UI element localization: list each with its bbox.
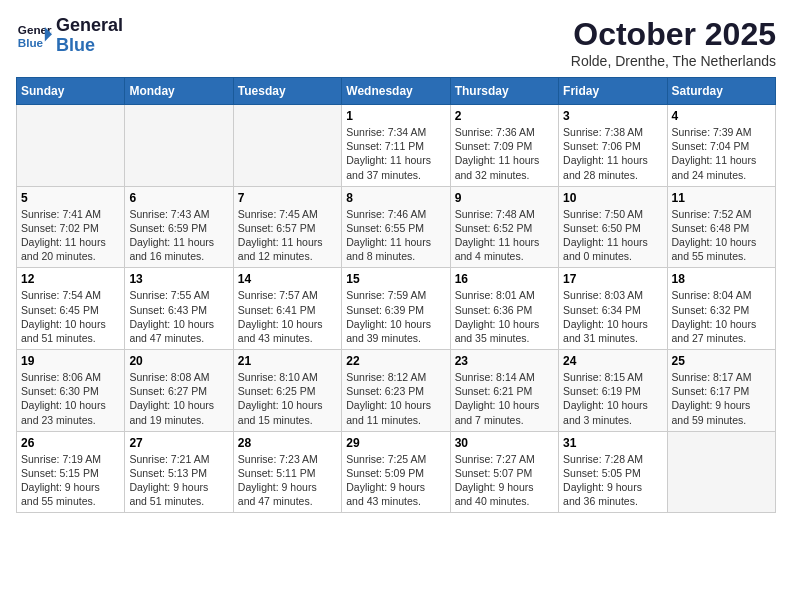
day-info: Sunrise: 7:23 AM Sunset: 5:11 PM Dayligh… <box>238 452 337 509</box>
day-info: Sunrise: 7:27 AM Sunset: 5:07 PM Dayligh… <box>455 452 554 509</box>
calendar-cell: 1Sunrise: 7:34 AM Sunset: 7:11 PM Daylig… <box>342 105 450 187</box>
day-number: 18 <box>672 272 771 286</box>
calendar-cell: 26Sunrise: 7:19 AM Sunset: 5:15 PM Dayli… <box>17 431 125 513</box>
day-number: 27 <box>129 436 228 450</box>
weekday-header: Wednesday <box>342 78 450 105</box>
day-info: Sunrise: 8:03 AM Sunset: 6:34 PM Dayligh… <box>563 288 662 345</box>
title-block: October 2025 Rolde, Drenthe, The Netherl… <box>571 16 776 69</box>
calendar-cell: 20Sunrise: 8:08 AM Sunset: 6:27 PM Dayli… <box>125 350 233 432</box>
day-info: Sunrise: 8:15 AM Sunset: 6:19 PM Dayligh… <box>563 370 662 427</box>
calendar-cell: 3Sunrise: 7:38 AM Sunset: 7:06 PM Daylig… <box>559 105 667 187</box>
day-info: Sunrise: 7:52 AM Sunset: 6:48 PM Dayligh… <box>672 207 771 264</box>
calendar-cell: 17Sunrise: 8:03 AM Sunset: 6:34 PM Dayli… <box>559 268 667 350</box>
day-info: Sunrise: 8:10 AM Sunset: 6:25 PM Dayligh… <box>238 370 337 427</box>
day-info: Sunrise: 8:14 AM Sunset: 6:21 PM Dayligh… <box>455 370 554 427</box>
calendar-cell: 11Sunrise: 7:52 AM Sunset: 6:48 PM Dayli… <box>667 186 775 268</box>
calendar-cell: 29Sunrise: 7:25 AM Sunset: 5:09 PM Dayli… <box>342 431 450 513</box>
calendar-cell: 18Sunrise: 8:04 AM Sunset: 6:32 PM Dayli… <box>667 268 775 350</box>
logo-text-blue: Blue <box>56 36 123 56</box>
day-number: 13 <box>129 272 228 286</box>
day-info: Sunrise: 7:48 AM Sunset: 6:52 PM Dayligh… <box>455 207 554 264</box>
day-info: Sunrise: 7:28 AM Sunset: 5:05 PM Dayligh… <box>563 452 662 509</box>
day-number: 9 <box>455 191 554 205</box>
day-number: 4 <box>672 109 771 123</box>
calendar-week-row: 12Sunrise: 7:54 AM Sunset: 6:45 PM Dayli… <box>17 268 776 350</box>
logo-text-general: General <box>56 16 123 36</box>
page-header: General Blue General Blue October 2025 R… <box>16 16 776 69</box>
day-number: 20 <box>129 354 228 368</box>
day-info: Sunrise: 7:59 AM Sunset: 6:39 PM Dayligh… <box>346 288 445 345</box>
month-title: October 2025 <box>571 16 776 53</box>
calendar-cell: 19Sunrise: 8:06 AM Sunset: 6:30 PM Dayli… <box>17 350 125 432</box>
weekday-header: Tuesday <box>233 78 341 105</box>
calendar-week-row: 1Sunrise: 7:34 AM Sunset: 7:11 PM Daylig… <box>17 105 776 187</box>
calendar-cell: 10Sunrise: 7:50 AM Sunset: 6:50 PM Dayli… <box>559 186 667 268</box>
calendar-cell: 15Sunrise: 7:59 AM Sunset: 6:39 PM Dayli… <box>342 268 450 350</box>
day-number: 17 <box>563 272 662 286</box>
day-number: 22 <box>346 354 445 368</box>
day-info: Sunrise: 8:01 AM Sunset: 6:36 PM Dayligh… <box>455 288 554 345</box>
day-number: 21 <box>238 354 337 368</box>
calendar-cell: 4Sunrise: 7:39 AM Sunset: 7:04 PM Daylig… <box>667 105 775 187</box>
day-number: 24 <box>563 354 662 368</box>
day-info: Sunrise: 7:41 AM Sunset: 7:02 PM Dayligh… <box>21 207 120 264</box>
weekday-header: Friday <box>559 78 667 105</box>
calendar-table: SundayMondayTuesdayWednesdayThursdayFrid… <box>16 77 776 513</box>
day-info: Sunrise: 7:46 AM Sunset: 6:55 PM Dayligh… <box>346 207 445 264</box>
day-info: Sunrise: 8:04 AM Sunset: 6:32 PM Dayligh… <box>672 288 771 345</box>
day-number: 31 <box>563 436 662 450</box>
calendar-cell: 21Sunrise: 8:10 AM Sunset: 6:25 PM Dayli… <box>233 350 341 432</box>
day-info: Sunrise: 8:12 AM Sunset: 6:23 PM Dayligh… <box>346 370 445 427</box>
day-info: Sunrise: 7:38 AM Sunset: 7:06 PM Dayligh… <box>563 125 662 182</box>
weekday-header: Monday <box>125 78 233 105</box>
calendar-cell: 27Sunrise: 7:21 AM Sunset: 5:13 PM Dayli… <box>125 431 233 513</box>
day-info: Sunrise: 7:43 AM Sunset: 6:59 PM Dayligh… <box>129 207 228 264</box>
day-number: 14 <box>238 272 337 286</box>
day-number: 25 <box>672 354 771 368</box>
calendar-cell: 12Sunrise: 7:54 AM Sunset: 6:45 PM Dayli… <box>17 268 125 350</box>
weekday-header: Saturday <box>667 78 775 105</box>
day-number: 16 <box>455 272 554 286</box>
calendar-week-row: 5Sunrise: 7:41 AM Sunset: 7:02 PM Daylig… <box>17 186 776 268</box>
day-info: Sunrise: 8:06 AM Sunset: 6:30 PM Dayligh… <box>21 370 120 427</box>
logo-icon: General Blue <box>16 18 52 54</box>
calendar-cell: 6Sunrise: 7:43 AM Sunset: 6:59 PM Daylig… <box>125 186 233 268</box>
day-info: Sunrise: 7:45 AM Sunset: 6:57 PM Dayligh… <box>238 207 337 264</box>
day-info: Sunrise: 7:54 AM Sunset: 6:45 PM Dayligh… <box>21 288 120 345</box>
calendar-cell: 13Sunrise: 7:55 AM Sunset: 6:43 PM Dayli… <box>125 268 233 350</box>
day-info: Sunrise: 7:34 AM Sunset: 7:11 PM Dayligh… <box>346 125 445 182</box>
day-info: Sunrise: 7:57 AM Sunset: 6:41 PM Dayligh… <box>238 288 337 345</box>
day-number: 1 <box>346 109 445 123</box>
day-number: 12 <box>21 272 120 286</box>
day-info: Sunrise: 7:21 AM Sunset: 5:13 PM Dayligh… <box>129 452 228 509</box>
calendar-cell: 7Sunrise: 7:45 AM Sunset: 6:57 PM Daylig… <box>233 186 341 268</box>
day-info: Sunrise: 8:08 AM Sunset: 6:27 PM Dayligh… <box>129 370 228 427</box>
weekday-header-row: SundayMondayTuesdayWednesdayThursdayFrid… <box>17 78 776 105</box>
calendar-cell: 30Sunrise: 7:27 AM Sunset: 5:07 PM Dayli… <box>450 431 558 513</box>
calendar-cell: 23Sunrise: 8:14 AM Sunset: 6:21 PM Dayli… <box>450 350 558 432</box>
calendar-cell: 8Sunrise: 7:46 AM Sunset: 6:55 PM Daylig… <box>342 186 450 268</box>
calendar-cell <box>17 105 125 187</box>
day-number: 28 <box>238 436 337 450</box>
day-number: 15 <box>346 272 445 286</box>
day-info: Sunrise: 7:36 AM Sunset: 7:09 PM Dayligh… <box>455 125 554 182</box>
location: Rolde, Drenthe, The Netherlands <box>571 53 776 69</box>
day-number: 23 <box>455 354 554 368</box>
day-number: 7 <box>238 191 337 205</box>
day-info: Sunrise: 7:55 AM Sunset: 6:43 PM Dayligh… <box>129 288 228 345</box>
calendar-cell: 9Sunrise: 7:48 AM Sunset: 6:52 PM Daylig… <box>450 186 558 268</box>
calendar-week-row: 26Sunrise: 7:19 AM Sunset: 5:15 PM Dayli… <box>17 431 776 513</box>
weekday-header: Thursday <box>450 78 558 105</box>
day-info: Sunrise: 7:50 AM Sunset: 6:50 PM Dayligh… <box>563 207 662 264</box>
calendar-cell: 24Sunrise: 8:15 AM Sunset: 6:19 PM Dayli… <box>559 350 667 432</box>
calendar-cell: 16Sunrise: 8:01 AM Sunset: 6:36 PM Dayli… <box>450 268 558 350</box>
day-number: 3 <box>563 109 662 123</box>
day-number: 8 <box>346 191 445 205</box>
calendar-cell <box>233 105 341 187</box>
day-number: 2 <box>455 109 554 123</box>
weekday-header: Sunday <box>17 78 125 105</box>
day-number: 6 <box>129 191 228 205</box>
calendar-cell: 25Sunrise: 8:17 AM Sunset: 6:17 PM Dayli… <box>667 350 775 432</box>
day-number: 11 <box>672 191 771 205</box>
day-number: 5 <box>21 191 120 205</box>
